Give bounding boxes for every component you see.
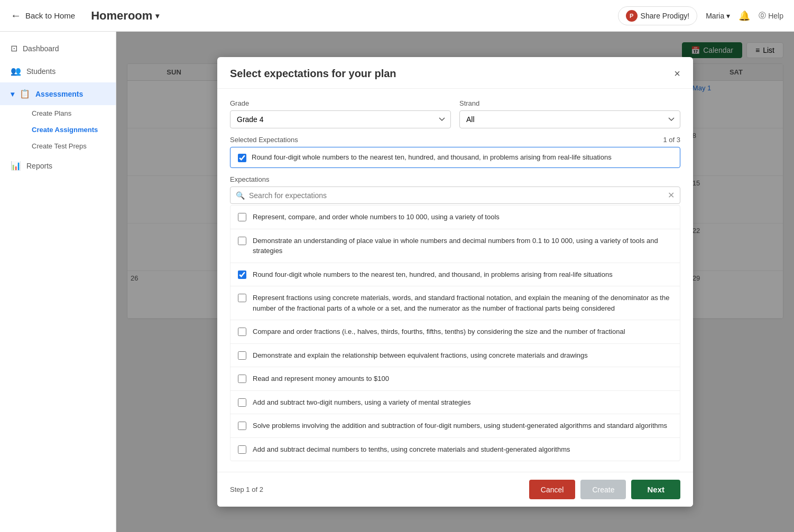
selected-exp-text: Round four-digit whole numbers to the ne… [252, 153, 612, 162]
sidebar-item-reports[interactable]: 📊 Reports [0, 154, 116, 177]
selects-row: Grade Grade 1 Grade 2 Grade 3 Grade 4 Gr… [230, 99, 680, 128]
sidebar-sub-create-assignments[interactable]: Create Assignments [21, 122, 116, 138]
modal-close-button[interactable]: × [674, 68, 680, 80]
expectation-text: Represent, compare, and order whole numb… [253, 212, 500, 222]
create-button[interactable]: Create [580, 480, 626, 499]
expectation-list-item[interactable]: Round four-digit whole numbers to the ne… [230, 263, 680, 287]
user-menu[interactable]: Maria ▾ [706, 12, 730, 20]
expectation-checkbox[interactable] [238, 445, 246, 454]
students-icon: 👥 [11, 66, 21, 76]
sidebar: ⊡ Dashboard 👥 Students ▾ 📋 Assessments C… [0, 32, 116, 532]
sidebar-item-students[interactable]: 👥 Students [0, 60, 116, 82]
strand-group: Strand All Number Sense Geometry Measure… [459, 99, 680, 128]
expectation-checkbox[interactable] [238, 237, 246, 245]
expectation-list-item[interactable]: Represent fractions using concrete mater… [230, 286, 680, 320]
notification-bell-icon[interactable]: 🔔 [738, 10, 750, 22]
expectation-checkbox[interactable] [238, 328, 246, 336]
modal-overlay: Select expectations for your plan × Grad… [116, 32, 794, 532]
expectation-text: Add and subtract two-digit numbers, usin… [253, 397, 471, 408]
selected-expectations-section: Selected Expectations 1 of 3 Round four-… [230, 136, 680, 168]
expectation-checkbox[interactable] [238, 398, 246, 407]
prodigy-icon: P [626, 10, 638, 22]
expectation-text: Read and represent money amounts to $100 [253, 374, 389, 384]
expectation-checkbox[interactable] [238, 375, 246, 383]
assessments-submenu: Create Plans Create Assignments Create T… [0, 105, 116, 154]
sidebar-item-students-label: Students [26, 67, 56, 76]
expectation-text: Demonstrate an understanding of place va… [253, 236, 672, 256]
expectation-list-item[interactable]: Read and represent money amounts to $100 [230, 367, 680, 391]
share-label: Share Prodigy! [641, 12, 690, 20]
expectation-list-item[interactable]: Solve problems involving the addition an… [230, 414, 680, 438]
top-bar: ← Back to Home Homeroom ▾ P Share Prodig… [0, 0, 794, 32]
expectation-text: Compare and order fractions (i.e., halve… [253, 326, 625, 337]
modal-dialog: Select expectations for your plan × Grad… [217, 57, 693, 507]
selected-exp-checkbox[interactable] [238, 154, 246, 162]
help-link[interactable]: ⓪ Help [759, 11, 783, 21]
sidebar-item-dashboard[interactable]: ⊡ Dashboard [0, 37, 116, 60]
expectation-checkbox[interactable] [238, 422, 246, 430]
footer-buttons: Cancel Create Next [529, 480, 680, 499]
expectation-list-item[interactable]: Compare and order fractions (i.e., halve… [230, 320, 680, 344]
create-test-preps-label: Create Test Preps [32, 142, 87, 150]
dropdown-arrow-icon[interactable]: ▾ [155, 12, 159, 20]
expectation-list-item[interactable]: Demonstrate an understanding of place va… [230, 229, 680, 263]
help-label: Help [768, 12, 783, 20]
expectations-list: Represent, compare, and order whole numb… [230, 205, 680, 461]
expectation-list-item[interactable]: Add and subtract two-digit numbers, usin… [230, 391, 680, 415]
expectation-list-item[interactable]: Demonstrate and explain the relationship… [230, 344, 680, 368]
expectation-checkbox[interactable] [238, 351, 246, 360]
back-to-home-label: Back to Home [25, 11, 75, 20]
sidebar-item-reports-label: Reports [26, 162, 52, 170]
top-bar-right: P Share Prodigy! Maria ▾ 🔔 ⓪ Help [618, 6, 783, 25]
expectation-text: Round four-digit whole numbers to the ne… [253, 269, 613, 280]
selected-exp-box: Round four-digit whole numbers to the ne… [230, 147, 680, 168]
expectations-section: Expectations 🔍 ✕ Represent, compare, and… [230, 175, 680, 461]
create-assignments-label: Create Assignments [32, 126, 98, 134]
create-plans-label: Create Plans [32, 109, 71, 117]
sidebar-sub-create-test-preps[interactable]: Create Test Preps [21, 138, 116, 154]
search-input[interactable] [249, 191, 663, 200]
expectation-checkbox[interactable] [238, 294, 246, 302]
dashboard-icon: ⊡ [11, 43, 17, 53]
modal-header: Select expectations for your plan × [217, 57, 693, 89]
expectation-checkbox[interactable] [238, 270, 246, 279]
expectations-label: Expectations [230, 175, 680, 183]
expectation-text: Add and subtract decimal numbers to tent… [253, 444, 570, 455]
expectation-list-item[interactable]: Add and subtract decimal numbers to tent… [230, 438, 680, 461]
step-label: Step 1 of 2 [230, 486, 263, 493]
app-title: Homeroom ▾ [91, 9, 159, 23]
strand-label: Strand [459, 99, 680, 107]
expectation-checkbox[interactable] [238, 213, 246, 221]
selected-exp-header: Selected Expectations 1 of 3 [230, 136, 680, 144]
search-clear-button[interactable]: ✕ [668, 190, 675, 200]
content-area: 📅 Calendar ≡ List SUN MON TUE WED THU [116, 32, 794, 532]
sidebar-item-dashboard-label: Dashboard [23, 44, 59, 53]
back-arrow-icon: ← [11, 10, 21, 22]
share-prodigy-button[interactable]: P Share Prodigy! [618, 6, 698, 25]
cancel-button[interactable]: Cancel [529, 480, 576, 499]
expectation-list-item[interactable]: Represent, compare, and order whole numb… [230, 206, 680, 229]
grade-label: Grade [230, 99, 451, 107]
expectation-text: Demonstrate and explain the relationship… [253, 350, 588, 361]
sidebar-sub-create-plans[interactable]: Create Plans [21, 105, 116, 122]
search-box: 🔍 ✕ [230, 186, 680, 204]
sidebar-item-assessments[interactable]: ▾ 📋 Assessments [0, 82, 116, 105]
user-chevron-icon: ▾ [726, 12, 730, 20]
modal-body: Grade Grade 1 Grade 2 Grade 3 Grade 4 Gr… [217, 89, 693, 472]
expectation-text: Solve problems involving the addition an… [253, 421, 667, 431]
sidebar-item-assessments-label: Assessments [35, 90, 83, 98]
modal-title: Select expectations for your plan [230, 68, 396, 80]
selected-exp-label: Selected Expectations [230, 136, 298, 144]
selected-exp-count: 1 of 3 [663, 136, 680, 144]
strand-select[interactable]: All Number Sense Geometry Measurement Da… [459, 110, 680, 128]
back-to-home-link[interactable]: ← Back to Home [11, 10, 75, 22]
assessments-icon: 📋 [20, 89, 30, 99]
help-circle-icon: ⓪ [759, 11, 766, 21]
assessments-expand-icon: ▾ [11, 90, 14, 98]
reports-icon: 📊 [11, 161, 21, 171]
user-name: Maria [706, 12, 724, 20]
expectation-text: Represent fractions using concrete mater… [253, 293, 672, 313]
next-button[interactable]: Next [631, 480, 680, 499]
grade-select[interactable]: Grade 1 Grade 2 Grade 3 Grade 4 Grade 5 … [230, 110, 451, 128]
search-icon: 🔍 [236, 191, 245, 200]
